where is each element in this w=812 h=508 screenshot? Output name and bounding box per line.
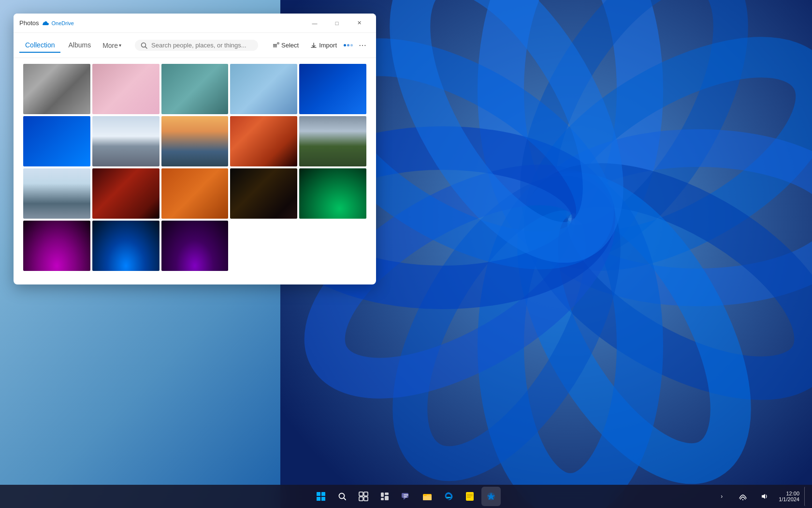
photo-item[interactable]	[92, 168, 160, 219]
onedrive-label: OneDrive	[51, 20, 73, 26]
photo-item[interactable]	[161, 64, 229, 114]
photos-window: Photos OneDrive — □ ✕ Collection Albums …	[14, 14, 376, 284]
title-bar-left: Photos OneDrive	[19, 19, 74, 27]
onedrive-icon	[43, 21, 49, 26]
app-title: Photos	[19, 19, 39, 27]
volume-icon	[760, 493, 768, 500]
tab-collection[interactable]: Collection	[19, 38, 60, 53]
clock[interactable]: 12:00 1/1/2024	[776, 490, 802, 503]
taskbar-widgets-button[interactable]	[375, 487, 394, 506]
photo-item[interactable]	[23, 221, 90, 271]
svg-rect-22	[321, 497, 325, 501]
svg-rect-25	[359, 492, 363, 496]
taskbar-center	[311, 487, 501, 506]
svg-rect-31	[385, 493, 389, 495]
select-button[interactable]: Select	[268, 39, 304, 51]
sound-icon[interactable]	[754, 487, 774, 506]
photo-item[interactable]	[230, 168, 297, 219]
network-icon[interactable]	[733, 487, 753, 506]
svg-rect-42	[467, 497, 471, 498]
taskbar-start-button[interactable]	[311, 487, 331, 506]
svg-line-14	[145, 46, 147, 48]
taskbar-task-view-button[interactable]	[354, 487, 373, 506]
taskbar-right: › 12:00 1/1/2024	[712, 487, 806, 506]
tab-albums[interactable]: Albums	[62, 38, 97, 53]
svg-point-1	[501, 0, 640, 241]
svg-point-8	[371, 163, 642, 493]
photo-item[interactable]	[230, 116, 297, 166]
overflow-menu-button[interactable]: ⋯	[355, 38, 370, 53]
svg-rect-40	[467, 494, 473, 495]
svg-point-6	[498, 163, 769, 493]
toolbar: Collection Albums More ▾	[14, 33, 376, 58]
photo-item[interactable]	[23, 64, 90, 114]
more-button[interactable]: More ▾	[99, 39, 125, 52]
photo-item[interactable]	[299, 116, 366, 166]
show-desktop-button[interactable]	[804, 487, 806, 506]
svg-rect-26	[364, 492, 368, 496]
import-button[interactable]: Import	[305, 39, 342, 51]
svg-rect-19	[317, 492, 320, 496]
svg-point-7	[501, 194, 640, 496]
photo-item[interactable]	[92, 64, 160, 114]
svg-rect-16	[273, 45, 277, 46]
svg-rect-34	[404, 494, 408, 495]
photo-item[interactable]	[92, 221, 160, 271]
svg-rect-39	[466, 492, 474, 501]
taskbar: › 12:00 1/1/2024	[0, 485, 812, 508]
svg-line-24	[344, 498, 346, 500]
edge-icon	[444, 492, 453, 501]
title-bar-controls: — □ ✕	[304, 15, 370, 31]
photo-item[interactable]	[299, 168, 366, 219]
sticky-notes-icon	[465, 492, 475, 501]
photo-item[interactable]	[161, 168, 229, 219]
search-icon	[141, 42, 147, 49]
svg-point-4	[547, 148, 812, 287]
taskbar-explorer-button[interactable]	[418, 487, 437, 506]
network-status-icon	[739, 493, 747, 500]
widgets-icon	[380, 492, 390, 501]
svg-rect-21	[317, 497, 320, 501]
photo-item[interactable]	[299, 64, 366, 114]
tray-overflow-button[interactable]: ›	[712, 487, 731, 506]
taskbar-edge-button[interactable]	[439, 487, 458, 506]
task-view-icon	[359, 492, 368, 501]
taskbar-photos-button[interactable]	[481, 487, 501, 506]
time: 12:00	[779, 491, 799, 496]
photo-item[interactable]	[92, 116, 160, 166]
chevron-down-icon: ▾	[119, 43, 121, 48]
svg-point-3	[515, 18, 812, 289]
toolbar-actions: Select Import ⋯	[268, 38, 370, 53]
photo-grid-container[interactable]	[14, 58, 376, 284]
tray-chevron-icon: ›	[721, 493, 723, 500]
svg-point-5	[515, 146, 812, 417]
import-icon	[310, 42, 317, 49]
svg-rect-20	[321, 492, 325, 496]
photo-item[interactable]	[161, 116, 229, 166]
taskbar-chat-button[interactable]	[396, 487, 416, 506]
minimize-button[interactable]: —	[304, 15, 326, 31]
taskbar-notes-button[interactable]	[460, 487, 479, 506]
photos-app-icon	[486, 492, 496, 501]
svg-rect-15	[273, 44, 277, 45]
photo-item[interactable]	[23, 168, 90, 219]
file-explorer-icon	[422, 492, 432, 501]
photo-item[interactable]	[230, 64, 297, 114]
photo-item[interactable]	[23, 116, 90, 166]
svg-rect-38	[423, 494, 427, 496]
title-bar: Photos OneDrive — □ ✕	[14, 14, 376, 33]
onedrive-badge[interactable]: OneDrive	[43, 20, 73, 26]
search-input[interactable]	[151, 42, 252, 49]
close-button[interactable]: ✕	[348, 15, 370, 31]
search-box[interactable]	[135, 40, 258, 51]
svg-point-12	[371, 0, 642, 273]
taskbar-search-button[interactable]	[333, 487, 352, 506]
svg-rect-18	[277, 43, 279, 44]
svg-rect-35	[404, 496, 407, 497]
svg-rect-30	[381, 498, 384, 500]
photo-item[interactable]	[161, 221, 229, 271]
date: 1/1/2024	[779, 496, 799, 502]
svg-point-44	[742, 499, 743, 500]
svg-rect-17	[273, 46, 277, 47]
maximize-button[interactable]: □	[326, 15, 348, 31]
